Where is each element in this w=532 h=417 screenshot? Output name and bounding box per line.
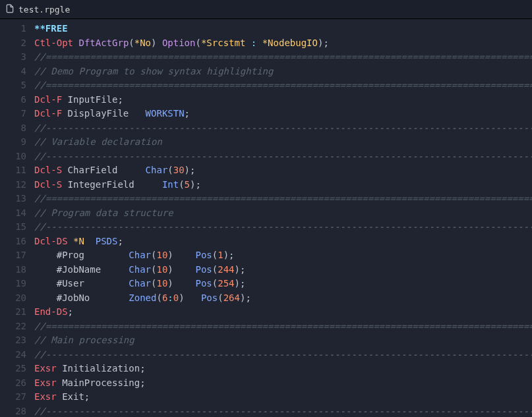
- token-pun: );: [318, 38, 329, 48]
- token-pun: );: [223, 250, 235, 260]
- token-txt: [245, 38, 251, 48]
- line-number: 14: [0, 206, 26, 221]
- code-line[interactable]: // Main processing: [34, 333, 532, 348]
- code-line[interactable]: #User Char(10) Pos(254);: [34, 277, 532, 291]
- token-num: 254: [218, 278, 234, 289]
- token-num: 5: [185, 179, 190, 190]
- line-number: 6: [0, 93, 26, 107]
- token-pun: (: [129, 38, 134, 48]
- token-num: 264: [223, 292, 240, 303]
- line-number: 13: [0, 192, 26, 206]
- code-line[interactable]: Exsr MainProcessing;: [34, 376, 532, 391]
- code-line[interactable]: //--------------------------------------…: [34, 404, 532, 418]
- token-txt: InputFile;: [62, 94, 123, 105]
- token-cmt: //======================================…: [34, 51, 532, 62]
- token-txt: Exit;: [57, 391, 90, 402]
- token-txt: DisplayFile: [62, 108, 145, 119]
- token-num: 10: [156, 250, 167, 260]
- line-number: 11: [0, 163, 26, 178]
- token-fn: *N: [73, 236, 84, 246]
- token-pun: );: [190, 179, 201, 190]
- token-pun: (: [167, 165, 173, 175]
- token-txt: #JobNo: [34, 292, 129, 303]
- line-number: 28: [0, 404, 26, 418]
- token-type: Zoned: [129, 292, 156, 303]
- editor[interactable]: 1234567891011121314151617181920212223242…: [0, 19, 532, 417]
- token-type: PSDS: [96, 236, 118, 246]
- code-line[interactable]: //--------------------------------------…: [34, 220, 532, 235]
- code-line[interactable]: // Variable declaration: [34, 135, 532, 150]
- token-txt: #User: [34, 278, 129, 289]
- token-pun: ): [179, 292, 201, 303]
- token-type: Char: [146, 165, 168, 175]
- code-line[interactable]: //======================================…: [34, 192, 532, 206]
- code-line[interactable]: // Demo Program to show syntax highlight…: [34, 65, 532, 79]
- code-line[interactable]: #JobNo Zoned(6:0) Pos(264);: [34, 291, 532, 306]
- code-line[interactable]: //======================================…: [34, 78, 532, 93]
- code-line[interactable]: // Program data structure: [34, 206, 532, 221]
- line-number: 15: [0, 220, 26, 235]
- line-number: 24: [0, 348, 26, 362]
- token-num: 244: [218, 264, 234, 275]
- code-line[interactable]: Exsr Initialization;: [34, 362, 532, 376]
- token-fn: *NodebugIO: [262, 38, 318, 48]
- token-txt: #Prog: [34, 250, 129, 260]
- token-txt: [68, 236, 73, 246]
- code-line[interactable]: **FREE: [34, 22, 532, 36]
- token-cmt: //--------------------------------------…: [34, 123, 532, 133]
- token-pun: (: [156, 292, 162, 303]
- token-pun: (: [212, 278, 218, 289]
- token-pun: (: [212, 264, 218, 275]
- code-line[interactable]: //--------------------------------------…: [34, 121, 532, 136]
- code-line[interactable]: #Prog Char(10) Pos(1);: [34, 248, 532, 263]
- code-line[interactable]: Dcl-F InputFile;: [34, 93, 532, 107]
- line-number-gutter: 1234567891011121314151617181920212223242…: [0, 22, 34, 417]
- token-type: Pos: [201, 292, 218, 303]
- token-cmt: //======================================…: [34, 193, 532, 204]
- token-kw1: End-DS: [34, 306, 68, 317]
- token-pun: ;: [117, 236, 123, 246]
- code-line[interactable]: Dcl-S CharField Char(30);: [34, 163, 532, 178]
- token-kw1: Dcl-DS: [34, 236, 68, 246]
- code-line[interactable]: //======================================…: [34, 320, 532, 334]
- code-line[interactable]: Dcl-F DisplayFile WORKSTN;: [34, 107, 532, 121]
- token-num: 10: [156, 278, 167, 289]
- line-number: 3: [0, 50, 26, 65]
- token-num: 0: [173, 292, 179, 303]
- token-pun: ;: [68, 306, 73, 317]
- token-cmt: //--------------------------------------…: [34, 406, 532, 416]
- token-num: 1: [218, 250, 223, 260]
- code-line[interactable]: //======================================…: [34, 50, 532, 65]
- code-line[interactable]: //--------------------------------------…: [34, 150, 532, 164]
- token-type: Pos: [195, 250, 212, 260]
- token-pun: );: [235, 278, 246, 289]
- code-area[interactable]: **FREECtl-Opt DftActGrp(*No) Option(*Src…: [34, 22, 532, 417]
- line-number: 23: [0, 333, 26, 348]
- token-kw1: Ctl-Opt: [34, 38, 73, 48]
- line-number: 27: [0, 390, 26, 404]
- code-line[interactable]: Dcl-DS *N PSDS;: [34, 235, 532, 249]
- token-pun: ): [167, 250, 195, 260]
- token-cmt: //======================================…: [34, 321, 532, 331]
- token-cmt: //--------------------------------------…: [34, 151, 532, 161]
- token-txt: Initialization;: [57, 363, 146, 374]
- token-kw1: Dcl-F: [34, 108, 62, 119]
- line-number: 26: [0, 376, 26, 391]
- code-line[interactable]: Ctl-Opt DftActGrp(*No) Option(*Srcstmt :…: [34, 36, 532, 51]
- code-line[interactable]: //--------------------------------------…: [34, 348, 532, 362]
- code-line[interactable]: End-DS;: [34, 305, 532, 320]
- code-line[interactable]: #JobName Char(10) Pos(244);: [34, 263, 532, 277]
- line-number: 10: [0, 150, 26, 164]
- token-cmt: //--------------------------------------…: [34, 221, 532, 232]
- line-number: 16: [0, 235, 26, 249]
- token-pun: ): [167, 264, 195, 275]
- token-cmt: //======================================…: [34, 80, 532, 90]
- line-number: 7: [0, 107, 26, 121]
- token-pun: ): [151, 38, 162, 48]
- line-number: 9: [0, 135, 26, 150]
- code-line[interactable]: Exsr Exit;: [34, 390, 532, 404]
- token-kw2: DftActGrp: [78, 38, 129, 48]
- line-number: 20: [0, 291, 26, 306]
- token-num: 10: [156, 264, 167, 275]
- code-line[interactable]: Dcl-S IntegerField Int(5);: [34, 178, 532, 192]
